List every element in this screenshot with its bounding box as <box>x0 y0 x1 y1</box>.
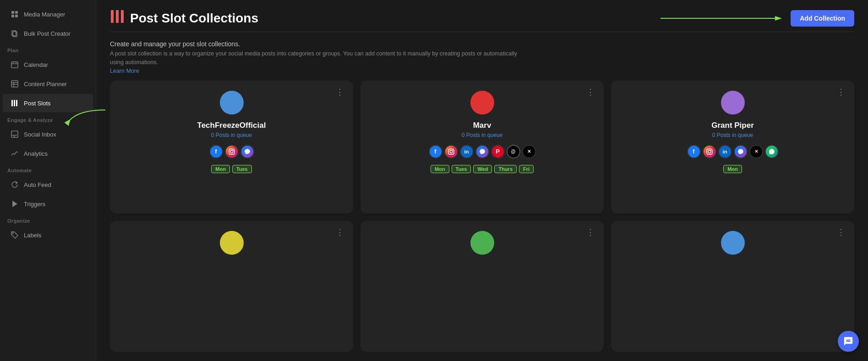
copy-icon <box>10 29 19 38</box>
collections-grid: ⋮ TechFreezeOfficial 0 Posts in queue f … <box>96 81 868 361</box>
svg-rect-20 <box>111 10 114 23</box>
sidebar-item-media-manager[interactable]: Media Manager <box>3 5 93 23</box>
facebook-icon: f <box>209 145 223 159</box>
svg-rect-0 <box>11 11 14 14</box>
threads-icon: @ <box>507 145 520 159</box>
engage-section-label: Engage & Analyze <box>0 113 96 125</box>
collection-avatar <box>721 91 745 115</box>
collection-queue: 0 Posts in queue <box>712 132 753 138</box>
svg-rect-14 <box>11 100 13 106</box>
pinterest-icon: P <box>491 145 505 159</box>
day-badge-tues: Tues <box>232 165 252 173</box>
page-title-icon <box>110 9 125 27</box>
collection-queue: 0 Posts in queue <box>211 132 252 138</box>
facebook-icon: f <box>687 145 701 159</box>
card-menu-button[interactable]: ⋮ <box>584 87 597 97</box>
sidebar-item-analytics[interactable]: Analytics <box>3 144 93 163</box>
collection-queue: 0 Posts in queue <box>462 132 502 138</box>
sidebar-item-label: Auto Feed <box>24 181 51 188</box>
sidebar-item-social-inbox[interactable]: Social Inbox <box>3 125 93 143</box>
info-section: Create and manage your post slot collect… <box>96 32 868 81</box>
day-badge-thurs: Thurs <box>494 165 517 173</box>
card-menu-button[interactable]: ⋮ <box>834 227 848 237</box>
card-menu-button[interactable]: ⋮ <box>584 227 597 237</box>
collection-name: Marv <box>473 121 491 130</box>
table-icon <box>10 79 19 88</box>
day-badge-wed: Wed <box>473 165 492 173</box>
collection-card-5: ⋮ <box>360 221 604 352</box>
twitter-icon: ✕ <box>749 145 763 159</box>
collection-avatar <box>721 231 745 255</box>
sidebar-item-bulk-post-creator[interactable]: Bulk Post Creator <box>3 24 93 43</box>
sidebar-item-label: Media Manager <box>24 11 65 18</box>
card-menu-button[interactable]: ⋮ <box>333 227 347 237</box>
messenger-icon <box>475 145 489 159</box>
card-menu-button[interactable]: ⋮ <box>834 87 848 97</box>
sidebar-item-triggers[interactable]: Triggers <box>3 195 93 213</box>
svg-marker-18 <box>12 201 17 207</box>
card-menu-button[interactable]: ⋮ <box>333 87 347 97</box>
organize-section-label: Organize <box>0 213 96 225</box>
chat-bubble-button[interactable] <box>838 331 859 352</box>
day-badge-fri: Fri <box>519 165 534 173</box>
facebook-icon: f <box>429 145 442 159</box>
info-title: Create and manage your post slot collect… <box>110 40 854 48</box>
learn-more-link[interactable]: Learn More <box>110 68 139 74</box>
linkedin-icon: in <box>718 145 732 159</box>
collection-avatar <box>470 231 494 255</box>
svg-rect-2 <box>11 15 14 17</box>
svg-rect-17 <box>11 131 18 137</box>
svg-rect-31 <box>707 149 712 154</box>
tag-icon <box>10 230 19 240</box>
social-icons: f <box>209 145 254 159</box>
social-icons: f in P @ ✕ <box>429 145 536 159</box>
sidebar-item-label: Content Planner <box>24 81 67 88</box>
svg-rect-15 <box>14 100 15 106</box>
instagram-icon <box>444 145 458 159</box>
page-title: Post Slot Collections <box>130 11 258 26</box>
collection-name: Grant Piper <box>711 121 754 130</box>
automate-section-label: Automate <box>0 163 96 175</box>
sidebar-item-calendar[interactable]: Calendar <box>3 55 93 74</box>
svg-point-26 <box>230 150 233 153</box>
sidebar-item-label: Analytics <box>24 150 48 157</box>
svg-rect-25 <box>229 149 235 154</box>
plan-section-label: Plan <box>0 43 96 55</box>
sidebar-item-label: Bulk Post Creator <box>24 30 71 37</box>
twitter-icon: ✕ <box>522 145 536 159</box>
svg-point-29 <box>450 150 453 153</box>
svg-rect-28 <box>448 149 454 154</box>
calendar-icon <box>10 60 19 69</box>
instagram-icon <box>225 145 239 159</box>
whatsapp-icon <box>765 145 779 159</box>
grid-icon <box>10 10 19 19</box>
svg-point-30 <box>452 149 453 150</box>
play-icon <box>10 199 19 208</box>
sidebar-item-labels[interactable]: Labels <box>3 226 93 244</box>
sidebar-item-content-planner[interactable]: Content Planner <box>3 75 93 93</box>
svg-rect-1 <box>15 11 18 14</box>
svg-rect-6 <box>11 62 18 68</box>
sidebar: Media Manager Bulk Post Creator Plan Cal… <box>0 0 96 361</box>
collection-card-grant-piper: ⋮ Grant Piper 0 Posts in queue f in ✕ Mo… <box>611 81 854 213</box>
sidebar-item-label: Social Inbox <box>24 131 56 138</box>
collection-name: TechFreezeOfficial <box>197 121 266 130</box>
collection-avatar <box>470 91 494 115</box>
collection-card-techfreeze: ⋮ TechFreezeOfficial 0 Posts in queue f … <box>110 81 353 213</box>
trending-icon <box>10 149 19 158</box>
collection-days: Mon Tues <box>211 165 251 173</box>
social-icons: f in ✕ <box>687 145 779 159</box>
collection-card-marv: ⋮ Marv 0 Posts in queue f in P @ ✕ Mon T… <box>360 81 604 213</box>
day-badge-mon: Mon <box>723 165 742 173</box>
sidebar-item-label: Labels <box>24 232 41 239</box>
page-title-area: Post Slot Collections <box>110 9 258 27</box>
svg-rect-22 <box>121 10 124 23</box>
inbox-icon <box>10 130 19 139</box>
add-collection-button[interactable]: Add Collection <box>791 10 854 27</box>
day-badge-tues: Tues <box>452 165 471 173</box>
sidebar-item-auto-feed[interactable]: Auto Feed <box>3 175 93 194</box>
svg-rect-16 <box>16 100 17 106</box>
info-desc: A post slot collection is a way to organ… <box>110 49 522 67</box>
svg-rect-3 <box>15 15 18 17</box>
sidebar-item-post-slots[interactable]: Post Slots <box>3 94 93 112</box>
